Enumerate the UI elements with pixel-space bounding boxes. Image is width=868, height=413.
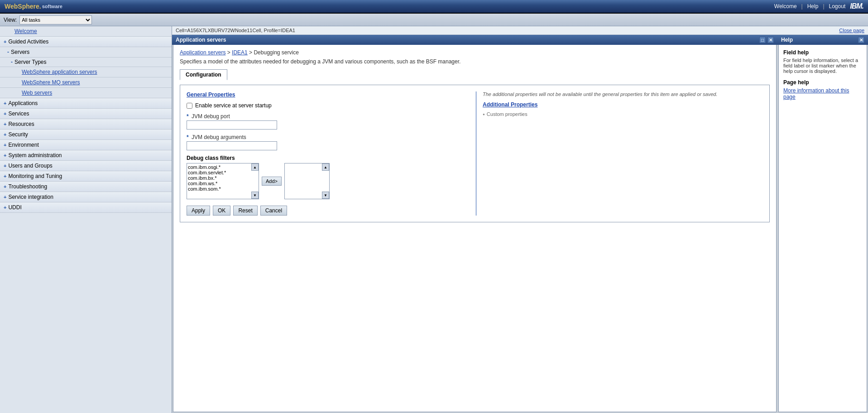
- filter-list-scrollbars: ▲ ▼: [251, 163, 259, 199]
- sidebar-item-servers[interactable]: - Servers: [0, 47, 172, 58]
- reset-button[interactable]: Reset: [233, 206, 257, 216]
- content-area: Cell=A156X7LXBURV72WNode11Cell, Profile=…: [172, 26, 868, 413]
- sidebar-item-websphere-mq-servers[interactable]: WebSphere MQ servers: [0, 77, 172, 88]
- sidebar-item-server-types[interactable]: - Server Types: [0, 58, 172, 67]
- ibm-logo: IBM.: [850, 2, 863, 10]
- sidebar-item-services[interactable]: + Services: [0, 109, 172, 119]
- breadcrumb-current: Debugging service: [254, 49, 298, 56]
- right-filter-list-container: ▲ ▼: [284, 163, 330, 199]
- scroll-down-button-right[interactable]: ▼: [322, 192, 329, 199]
- panel-icons: □ ✕: [759, 37, 774, 43]
- right-filter-list[interactable]: [285, 163, 322, 199]
- debug-filters-label: Debug class filters: [187, 155, 467, 161]
- page-help-section: Page help More information about this pa…: [783, 79, 862, 100]
- sidebar-item-web-servers[interactable]: Web servers: [0, 88, 172, 98]
- toolbar: View: All tasks: [0, 14, 868, 26]
- jvm-debug-port-label: JVM debug port: [192, 113, 230, 120]
- breadcrumb-sep1: >: [227, 49, 232, 56]
- logo-websphere: WebSphere.: [5, 3, 41, 10]
- enable-service-row: Enable service at server startup: [187, 102, 467, 109]
- jvm-debug-args-input[interactable]: -agentlib:jdwp=transport=dt_s: [187, 141, 277, 150]
- add-btn[interactable]: Add>: [262, 177, 282, 186]
- jvm-debug-port-input[interactable]: 7787: [187, 120, 277, 130]
- page-help-title: Page help: [783, 79, 862, 86]
- custom-properties-link: Custom properties: [487, 111, 528, 117]
- expand-icon: +: [4, 173, 6, 179]
- tab-configuration[interactable]: Configuration: [180, 69, 227, 80]
- app-panel-title: Application servers: [176, 37, 226, 43]
- sidebar-item-users-groups[interactable]: + Users and Groups: [0, 161, 172, 171]
- app-header-bar: Application servers □ ✕: [172, 35, 777, 45]
- expand-icon: +: [4, 142, 6, 148]
- cancel-button[interactable]: Cancel: [260, 206, 287, 216]
- enable-service-checkbox[interactable]: [187, 103, 192, 109]
- right-scrollbars: ▲ ▼: [322, 163, 329, 199]
- help-panel: Help ✕ Field help For field help informa…: [777, 35, 868, 413]
- close-help-icon[interactable]: ✕: [858, 37, 864, 43]
- action-buttons: Apply OK Reset Cancel: [187, 206, 467, 216]
- debug-filters-list-container: com.ibm.osgi.* com.ibm.servlet.* com.ibm…: [187, 163, 259, 199]
- required-marker: *: [187, 113, 189, 120]
- close-page-link[interactable]: Close page: [839, 28, 864, 33]
- header-logo: WebSphere. software: [5, 3, 62, 10]
- apply-button[interactable]: Apply: [187, 206, 210, 216]
- sidebar-item-guided-activities[interactable]: + Guided Activities: [0, 37, 172, 47]
- view-select[interactable]: All tasks: [19, 15, 92, 24]
- expand-icon: +: [4, 132, 6, 137]
- sidebar-item-environment[interactable]: + Environment: [0, 140, 172, 150]
- expand-icon: +: [4, 39, 6, 44]
- sidebar-item-uddi[interactable]: + UDDI: [0, 202, 172, 213]
- collapse-icon: -: [11, 59, 13, 65]
- custom-properties-item: ● Custom properties: [483, 111, 763, 117]
- help-panel-title: Help: [781, 37, 793, 43]
- expand-icon: +: [4, 205, 6, 210]
- breadcrumb-idea1[interactable]: IDEA1: [232, 49, 248, 56]
- header-right: Welcome | Help | Logout IBM.: [774, 2, 863, 10]
- scroll-up-button-right[interactable]: ▲: [322, 163, 329, 171]
- expand-icon: +: [4, 111, 6, 116]
- close-icon[interactable]: ✕: [767, 37, 774, 43]
- app-content: Application servers > IDEA1 > Debugging …: [173, 45, 777, 412]
- bullet-icon: ●: [483, 112, 485, 116]
- page-description: Specifies a model of the attributes need…: [180, 58, 770, 65]
- field-help-title: Field help: [783, 49, 862, 56]
- expand-icon: +: [4, 101, 6, 106]
- scroll-up-button[interactable]: ▲: [251, 163, 259, 171]
- jvm-debug-args-field: * JVM debug arguments -agentlib:jdwp=tra…: [187, 134, 467, 150]
- expand-icon: +: [4, 184, 6, 189]
- sidebar-item-websphere-app-servers[interactable]: WebSphere application servers: [0, 67, 172, 77]
- app-panel: Application servers □ ✕ Application serv…: [172, 35, 777, 413]
- scroll-down-button[interactable]: ▼: [251, 192, 259, 199]
- add-button[interactable]: Add>: [262, 177, 282, 186]
- general-properties-title: General Properties: [187, 91, 467, 98]
- help-link[interactable]: Help: [807, 3, 819, 10]
- view-label: View:: [4, 17, 17, 23]
- sidebar-item-security[interactable]: + Security: [0, 130, 172, 140]
- content-split: Application servers □ ✕ Application serv…: [172, 35, 868, 413]
- tabs: Configuration: [180, 69, 770, 80]
- field-help-text: For field help information, select a fie…: [783, 58, 862, 74]
- cell-info-bar: Cell=A156X7LXBURV72WNode11Cell, Profile=…: [172, 26, 868, 35]
- sidebar-item-service-integration[interactable]: + Service integration: [0, 192, 172, 202]
- list-item: com.ibm.ws.*: [188, 181, 250, 186]
- main-layout: Welcome + Guided Activities - Servers - …: [0, 26, 868, 413]
- sidebar-item-troubleshooting[interactable]: + Troubleshooting: [0, 182, 172, 192]
- header: WebSphere. software Welcome | Help | Log…: [0, 0, 868, 14]
- sidebar-item-welcome[interactable]: Welcome: [0, 26, 172, 37]
- required-marker: *: [187, 134, 189, 140]
- more-info-link[interactable]: More information about this page: [783, 87, 849, 100]
- list-item: com.ibm.osgi.*: [188, 164, 250, 170]
- sidebar-item-system-admin[interactable]: + System administration: [0, 150, 172, 161]
- sidebar-item-monitoring[interactable]: + Monitoring and Tuning: [0, 171, 172, 182]
- sidebar-item-applications[interactable]: + Applications: [0, 98, 172, 109]
- additional-properties-title: Additional Properties: [483, 101, 763, 108]
- welcome-text: Welcome: [774, 3, 797, 10]
- sidebar-item-resources[interactable]: + Resources: [0, 119, 172, 130]
- ok-button[interactable]: OK: [213, 206, 230, 216]
- minimize-icon[interactable]: □: [759, 37, 766, 43]
- logout-link[interactable]: Logout: [829, 3, 846, 10]
- jvm-debug-args-label: JVM debug arguments: [192, 134, 246, 140]
- left-properties: General Properties Enable service at ser…: [187, 91, 467, 216]
- debug-filters-list[interactable]: com.ibm.osgi.* com.ibm.servlet.* com.ibm…: [187, 163, 251, 199]
- breadcrumb-app-servers[interactable]: Application servers: [180, 49, 225, 56]
